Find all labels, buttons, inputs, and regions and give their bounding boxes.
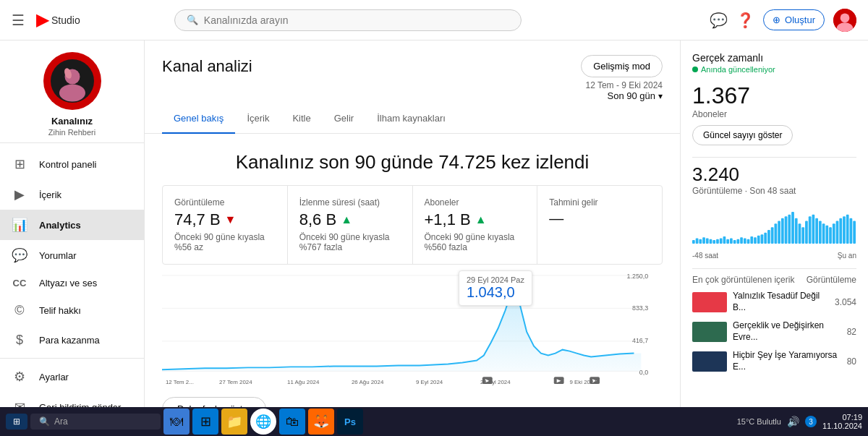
realtime-title: Gerçek zamanlı <box>692 52 856 64</box>
sidebar-item-subtitles[interactable]: CC Altyazı ve ses <box>0 270 144 296</box>
stat-subs-label: Aboneler <box>425 197 526 208</box>
sidebar-item-content[interactable]: ▶ İçerik <box>0 179 144 210</box>
sidebar-item-monetization[interactable]: $ Para kazanma <box>0 325 144 355</box>
content-item-1[interactable]: Gerçeklik ve Değişirken Evre... 82 <box>692 320 856 343</box>
sidebar-item-dashboard[interactable]: ⊞ Kontrol paneli <box>0 149 144 179</box>
stat-subs-value: +1,1 B ▲ <box>425 210 526 229</box>
svg-rect-41 <box>733 240 736 244</box>
content-header-right: Görüntüleme <box>807 275 856 285</box>
stat-revenue: Tahmini gelir — <box>537 186 662 264</box>
show-more-button[interactable]: Daha fazla göster <box>162 397 266 407</box>
user-avatar[interactable] <box>833 9 856 32</box>
help-icon[interactable]: ❓ <box>736 12 754 29</box>
studio-label: Studio <box>51 14 80 26</box>
svg-text:416,7: 416,7 <box>632 337 648 344</box>
youtube-studio-logo: ▶ Studio <box>36 11 80 30</box>
svg-rect-39 <box>726 239 729 244</box>
date-range-dates: 12 Tem - 9 Eki 2024 <box>585 80 663 90</box>
svg-rect-75 <box>850 218 853 244</box>
svg-rect-40 <box>730 238 733 244</box>
stat-watchtime-change: Önceki 90 güne kıyasla %767 fazla <box>299 232 401 252</box>
stat-watchtime-label: İzlenme süresi (saat) <box>299 197 401 208</box>
stat-watchtime-value: 8,6 B ▲ <box>299 210 401 229</box>
right-panel: Gerçek zamanlı Anında güncelleniyor 1.36… <box>680 40 868 407</box>
mini-chart-labels: -48 saat Şu an <box>692 252 856 260</box>
tab-audience[interactable]: Kitle <box>281 104 322 134</box>
svg-rect-64 <box>812 215 815 244</box>
svg-text:27 Tem 2024: 27 Tem 2024 <box>219 379 252 385</box>
realtime-subs-count: 1.367 <box>692 82 856 109</box>
svg-rect-55 <box>781 218 784 244</box>
chart-label-left: -48 saat <box>692 252 718 260</box>
svg-rect-49 <box>761 234 764 244</box>
content-header-left: En çok görüntülenen içerik <box>692 275 794 285</box>
svg-rect-57 <box>788 215 791 244</box>
analytics-icon: 📊 <box>12 217 27 233</box>
topbar: ☰ ▶ Studio 🔍 💬 ❓ ⊕ Oluştur <box>0 0 868 40</box>
realtime-views-label: Görüntüleme · Son 48 saat <box>692 186 856 196</box>
channel-subtitle: Zihin Rehberi <box>48 128 95 137</box>
svg-point-1 <box>841 13 850 22</box>
svg-rect-67 <box>822 223 825 244</box>
menu-hamburger-icon[interactable]: ☰ <box>12 12 25 29</box>
create-button[interactable]: ⊕ Oluştur <box>763 9 825 30</box>
svg-rect-52 <box>771 227 774 244</box>
tab-inspiration[interactable]: İlham kaynakları <box>365 104 457 134</box>
advanced-mode-button[interactable]: Gelişmiş mod <box>581 55 663 77</box>
svg-rect-32 <box>702 237 705 244</box>
live-indicator-dot <box>692 67 698 72</box>
subs-trend-icon: ▲ <box>475 213 487 226</box>
search-bar[interactable]: 🔍 <box>174 9 522 31</box>
svg-rect-35 <box>712 240 715 244</box>
messages-icon[interactable]: 💬 <box>710 12 728 29</box>
tooltip-value: 1.043,0 <box>467 284 524 301</box>
stat-views: Görüntüleme 74,7 B ▼ Önceki 90 güne kıya… <box>163 186 288 264</box>
svg-rect-43 <box>740 237 743 244</box>
panel-divider <box>692 157 856 158</box>
sidebar-item-feedback[interactable]: ✉ Geri bildirim gönder <box>0 392 144 407</box>
tab-revenue[interactable]: Gelir <box>323 104 365 134</box>
stat-revenue-value: — <box>549 210 650 227</box>
content-icon: ▶ <box>12 187 27 202</box>
svg-rect-70 <box>833 223 835 244</box>
svg-rect-53 <box>775 223 778 244</box>
tab-overview[interactable]: Genel bakış <box>162 104 235 134</box>
sidebar-item-copyright[interactable]: © Telif hakkı <box>0 296 144 325</box>
sidebar-item-label-settings: Ayarlar <box>39 372 69 382</box>
svg-rect-30 <box>696 238 699 244</box>
content-info-0: Yalnızlık Tesadüf Değil B... <box>733 291 829 313</box>
update-count-button[interactable]: Güncel sayıyı göster <box>692 125 793 145</box>
svg-text:1.250,0: 1.250,0 <box>627 273 649 280</box>
svg-rect-62 <box>805 221 808 244</box>
content-item-0[interactable]: Yalnızlık Tesadüf Değil B... 3.054 <box>692 291 856 313</box>
content-thumb-2 <box>692 351 727 372</box>
subtitles-icon: CC <box>12 278 27 288</box>
svg-rect-58 <box>791 212 794 244</box>
top-content-section: En çok görüntülenen içerik Görüntüleme Y… <box>692 275 856 373</box>
tab-content[interactable]: İçerik <box>235 104 281 134</box>
copyright-icon: © <box>12 303 27 318</box>
topbar-right: 💬 ❓ ⊕ Oluştur <box>710 9 856 32</box>
content-item-2[interactable]: Hiçbir Şey İşe Yaramıyorsa E... 80 <box>692 350 856 372</box>
dashboard-icon: ⊞ <box>12 156 27 172</box>
svg-rect-56 <box>785 216 788 244</box>
content-views-1: 82 <box>847 327 856 337</box>
svg-rect-45 <box>747 239 750 244</box>
date-range-selector[interactable]: 12 Tem - 9 Eki 2024 Son 90 gün ▾ <box>585 80 663 101</box>
sidebar-item-settings[interactable]: ⚙ Ayarlar <box>0 362 144 392</box>
svg-rect-46 <box>750 236 753 244</box>
svg-rect-37 <box>720 238 723 244</box>
sidebar-item-label-monetization: Para kazanma <box>39 335 100 346</box>
sidebar-item-analytics[interactable]: 📊 Analytics <box>0 210 144 240</box>
content-thumb-0 <box>692 292 727 312</box>
search-input[interactable] <box>204 14 509 26</box>
sidebar: Kanalınız Zihin Rehberi ⊞ Kontrol paneli… <box>0 40 145 407</box>
svg-rect-68 <box>825 226 828 244</box>
sidebar-item-comments[interactable]: 💬 Yorumlar <box>0 240 144 270</box>
svg-text:11 Ağu 2024: 11 Ağu 2024 <box>287 379 320 385</box>
channel-avatar[interactable] <box>43 52 101 110</box>
sidebar-nav: ⊞ Kontrol paneli ▶ İçerik 📊 Analytics 💬 … <box>0 143 144 407</box>
realtime-mini-chart <box>692 208 856 244</box>
chart-container: 29 Eyl 2024 Paz 1.043,0 1.250,0 833,3 41… <box>162 270 663 388</box>
panel-divider-2 <box>692 268 856 269</box>
